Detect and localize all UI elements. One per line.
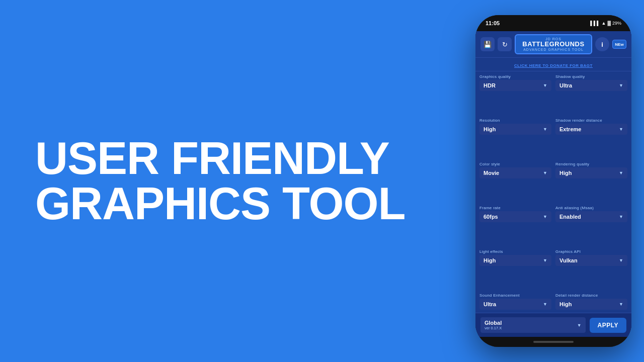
phone-device: 11:05 ▌▌▌ ▲ ▓ 29% 💾 ↻ J xyxy=(475,15,631,347)
info-icon: i xyxy=(601,41,603,48)
rendering-quality-label: Rendering quality xyxy=(555,162,627,166)
app-footer: Global ver 0.17.X ▼ APPLY xyxy=(475,313,631,337)
settings-grid: Graphics qualityHDR▼Shadow qualityUltra▼… xyxy=(475,71,631,313)
graphics-quality-label: Graphics quality xyxy=(479,74,551,79)
detail-render-distance-label: Detail render distance xyxy=(555,293,627,298)
detail-render-distance-arrow-icon: ▼ xyxy=(619,302,623,307)
new-badge: NEw xyxy=(612,40,626,49)
info-button[interactable]: i xyxy=(595,37,609,51)
region-dropdown[interactable]: Global ver 0.17.X ▼ xyxy=(480,317,586,333)
wifi-icon: ▲ xyxy=(602,21,606,26)
phone-bottom-bar xyxy=(475,337,631,347)
app-screen: 💾 ↻ JD ROS BATTLEGROUNDS ADVANCED GRAPHI… xyxy=(475,31,631,337)
setting-frame-rate: Frame rate60fps▼ xyxy=(479,206,551,247)
resolution-value: High xyxy=(484,126,496,132)
anti-aliasing-value: Enabled xyxy=(559,214,581,220)
setting-light-effects: Light effectsHigh▼ xyxy=(479,249,551,291)
app-logo: JD ROS BATTLEGROUNDS ADVANCED GRAPHICS T… xyxy=(515,34,592,54)
detail-render-distance-dropdown[interactable]: High▼ xyxy=(555,299,627,310)
color-style-value: Movie xyxy=(484,170,499,176)
setting-shadow-quality: Shadow qualityUltra▼ xyxy=(555,74,627,116)
shadow-render-distance-dropdown[interactable]: Extreme▼ xyxy=(555,124,627,135)
battery-icon: ▓ xyxy=(607,21,611,26)
rendering-quality-arrow-icon: ▼ xyxy=(619,170,623,175)
shadow-render-distance-arrow-icon: ▼ xyxy=(619,127,623,132)
light-effects-value: High xyxy=(484,257,496,263)
app-header: 💾 ↻ JD ROS BATTLEGROUNDS ADVANCED GRAPHI… xyxy=(475,31,631,58)
setting-detail-render-distance: Detail render distanceHigh▼ xyxy=(555,293,627,310)
frame-rate-label: Frame rate xyxy=(479,206,551,210)
detail-render-distance-value: High xyxy=(559,301,572,307)
anti-aliasing-arrow-icon: ▼ xyxy=(619,214,623,219)
shadow-quality-dropdown[interactable]: Ultra▼ xyxy=(555,80,627,91)
frame-rate-value: 60fps xyxy=(484,214,498,220)
graphics-quality-dropdown[interactable]: HDR▼ xyxy=(479,80,551,91)
graphics-api-value: Vulkan xyxy=(559,257,578,263)
hero-text: USER FRIENDLY GRAPHICS TOOL xyxy=(35,136,453,226)
rendering-quality-value: High xyxy=(559,170,572,176)
donate-bar[interactable]: CLICK HERE TO DONATE FOR BAGT xyxy=(475,58,631,71)
battery-percent: 29% xyxy=(612,21,621,26)
setting-rendering-quality: Rendering qualityHigh▼ xyxy=(555,162,627,204)
hero-line1: USER FRIENDLY xyxy=(35,136,453,181)
region-content: Global ver 0.17.X xyxy=(485,320,502,330)
apply-button[interactable]: APPLY xyxy=(590,318,626,333)
refresh-button[interactable]: ↻ xyxy=(498,37,512,51)
resolution-label: Resolution xyxy=(479,118,551,123)
hero-line2: GRAPHICS TOOL xyxy=(35,181,453,226)
shadow-quality-arrow-icon: ▼ xyxy=(619,83,623,88)
region-arrow-icon: ▼ xyxy=(577,323,582,328)
phone-section: 11:05 ▌▌▌ ▲ ▓ 29% 💾 ↻ J xyxy=(473,0,644,362)
logo-sub: ADVANCED GRAPHICS TOOL xyxy=(519,48,588,51)
hero-section: USER FRIENDLY GRAPHICS TOOL xyxy=(0,106,473,256)
anti-aliasing-label: Anti aliasing (Msaa) xyxy=(555,206,627,210)
setting-sound-enhancement: Sound EnhancementUltra▼ xyxy=(479,293,551,310)
save-button[interactable]: 💾 xyxy=(480,37,495,51)
resolution-arrow-icon: ▼ xyxy=(543,127,547,132)
shadow-quality-value: Ultra xyxy=(559,82,572,88)
sound-enhancement-dropdown[interactable]: Ultra▼ xyxy=(479,299,551,310)
status-time: 11:05 xyxy=(486,20,500,26)
setting-graphics-api: Graphics APIVulkan▼ xyxy=(555,249,627,291)
graphics-quality-arrow-icon: ▼ xyxy=(543,83,547,88)
region-name: Global xyxy=(485,320,502,326)
setting-resolution: ResolutionHigh▼ xyxy=(479,118,551,160)
setting-color-style: Color styleMovie▼ xyxy=(479,162,551,204)
sound-enhancement-value: Ultra xyxy=(484,301,496,307)
graphics-quality-value: HDR xyxy=(484,82,496,88)
setting-anti-aliasing: Anti aliasing (Msaa)Enabled▼ xyxy=(555,206,627,247)
status-icons: ▌▌▌ ▲ ▓ 29% xyxy=(590,21,621,26)
light-effects-label: Light effects xyxy=(479,249,551,254)
rendering-quality-dropdown[interactable]: High▼ xyxy=(555,167,627,178)
graphics-api-label: Graphics API xyxy=(555,249,627,254)
graphics-api-arrow-icon: ▼ xyxy=(619,258,623,263)
status-bar: 11:05 ▌▌▌ ▲ ▓ 29% xyxy=(475,15,631,31)
color-style-dropdown[interactable]: Movie▼ xyxy=(479,167,551,178)
setting-graphics-quality: Graphics qualityHDR▼ xyxy=(479,74,551,116)
sound-enhancement-label: Sound Enhancement xyxy=(479,293,551,298)
donate-text: CLICK HERE TO DONATE FOR BAGT xyxy=(514,63,593,68)
setting-shadow-render-distance: Shadow render distanceExtreme▼ xyxy=(555,118,627,160)
resolution-dropdown[interactable]: High▼ xyxy=(479,124,551,135)
frame-rate-dropdown[interactable]: 60fps▼ xyxy=(479,211,551,222)
anti-aliasing-dropdown[interactable]: Enabled▼ xyxy=(555,211,627,222)
color-style-label: Color style xyxy=(479,162,551,166)
light-effects-dropdown[interactable]: High▼ xyxy=(479,255,551,266)
logo-main: BATTLEGROUNDS xyxy=(519,41,588,48)
region-version: ver 0.17.X xyxy=(485,326,502,330)
save-icon: 💾 xyxy=(484,41,492,48)
sound-enhancement-arrow-icon: ▼ xyxy=(543,302,547,307)
light-effects-arrow-icon: ▼ xyxy=(543,258,547,263)
color-style-arrow-icon: ▼ xyxy=(543,170,547,175)
shadow-render-distance-value: Extreme xyxy=(559,126,581,132)
refresh-icon: ↻ xyxy=(502,41,508,48)
shadow-render-distance-label: Shadow render distance xyxy=(555,118,627,123)
shadow-quality-label: Shadow quality xyxy=(555,74,627,79)
frame-rate-arrow-icon: ▼ xyxy=(543,214,547,219)
signal-icon: ▌▌▌ xyxy=(590,21,600,26)
home-indicator xyxy=(533,341,574,343)
graphics-api-dropdown[interactable]: Vulkan▼ xyxy=(555,255,627,266)
